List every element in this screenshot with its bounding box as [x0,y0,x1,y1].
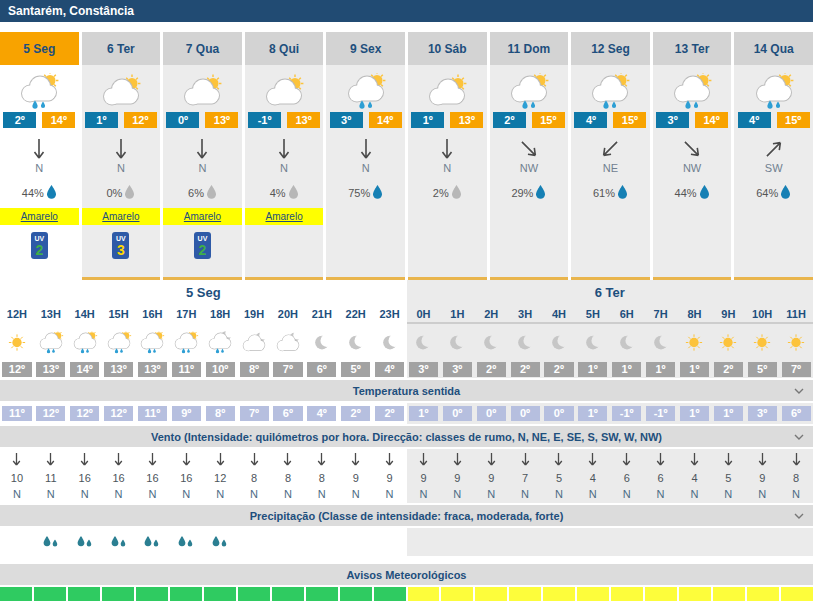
wind-direction-label: N [117,162,125,174]
wind-speed-value: 8 [285,470,291,486]
warning-cell-yellow [781,587,813,601]
location-title: Santarém, Constância [8,4,134,18]
feels-temp-badge: 9º [172,406,201,421]
wind-arrow-cell [508,449,542,469]
wind-arrow-icon [621,452,632,467]
wind-arrow-cell [440,449,474,469]
wind-arrow-icon [452,452,463,467]
hour-label: 12H [0,304,34,324]
wind-arrow-cell [711,449,745,469]
wind-speed-value: 9 [353,470,359,486]
warning-cell-green [136,587,168,601]
wind-speed-value: 5 [556,470,562,486]
sun-icon [781,331,811,354]
warning-cell-green [0,587,32,601]
day-tab-6-ter[interactable]: 6 Ter [82,32,161,65]
hour-temp-badge: 1º [612,362,641,377]
day-weather-icon-cloud-sun-rain [586,73,634,110]
feels-temp-badge: -1º [646,406,675,421]
hour-temp-cell: 1º [576,360,610,378]
wind-speed-value: 8 [793,470,799,486]
day-tab-8-qui[interactable]: 8 Qui [245,32,324,65]
day-details: 2º 15º NW 29% [490,67,569,277]
wind-speed-cell: 9 N [440,469,474,503]
wind-direction-letter: N [758,486,766,502]
wind-direction-letter: N [589,486,597,502]
wind-direction-arrow [760,135,788,163]
day-tab-12-seg[interactable]: 12 Seg [571,32,650,65]
feels-temp-cell: 3º [745,403,779,424]
feels-temp-badge: 4º [307,406,336,421]
wind-arrow-cell [68,449,102,469]
wind-arrow-icon [113,452,124,467]
feels-temp-cell: 0º [440,403,474,424]
hour-weather-icon-sun [0,324,34,360]
wind-direction-letter: N [284,486,292,502]
wind-direction-letter: N [182,486,190,502]
section-temperatura-sentida[interactable]: Temperatura sentida [0,380,813,401]
wind-speed-value: 16 [146,470,158,486]
hour-temp-badge: 6º [307,362,336,377]
wind-direction-letter: N [13,486,21,502]
precip-intensity-cell [440,528,474,556]
wind-direction-letter: N [47,486,55,502]
warning-link-amarelo[interactable]: Amarelo [102,211,139,222]
hour-temp-cell: 2º [508,360,542,378]
precipitation-probability: 44% [675,183,710,199]
raindrop-icon [124,185,135,199]
wind-speed-cell: 5 N [711,469,745,503]
hour-label: 16H [136,304,170,324]
hour-label: 6H [610,304,644,324]
day-column-11-dom: 11 Dom 2º 15º NW 29% [490,32,569,280]
wind-speed-cell: 9 N [373,469,407,503]
day-temp-row: 4º 15º [574,112,646,128]
warning-band: Amarelo [82,208,161,225]
day-tab-5-seg[interactable]: 5 Seg [0,32,79,65]
wind-arrow-icon [689,452,700,467]
feels-temp-cell: 0º [508,403,542,424]
hour-temp-cell: 1º [644,360,678,378]
precip-percent: 75% [348,187,370,199]
section-vento[interactable]: Vento (Intensidade: quilómetros por hora… [0,426,813,447]
wind-arrow-icon [486,452,497,467]
precipitation-probability: 6% [188,183,217,199]
hour-weather-icon-cloud-moon [237,324,271,360]
uv-value: 2 [199,243,207,257]
wind-direction-label: N [362,162,370,174]
precip-intensity-cell [373,528,407,556]
day-tab-13-ter[interactable]: 13 Ter [653,32,732,65]
wind-direction-letter: N [487,486,495,502]
precip-intensity-cell [0,528,34,556]
warning-link-amarelo[interactable]: Amarelo [21,211,58,222]
warning-link-amarelo[interactable]: Amarelo [265,211,302,222]
day-tab-10-s-b[interactable]: 10 Sáb [408,32,487,65]
day-details: -1º 13º N 4% Amarelo [245,67,324,277]
wind-speed-value: 8 [319,470,325,486]
min-temp-badge: 0º [166,112,199,128]
day-column-6-ter: 6 Ter 1º 12º N 0% Amarelo UV 3 [82,32,161,280]
wind-direction-label: NE [603,162,618,174]
hour-label: 5H [576,304,610,324]
warning-band-empty [490,208,569,225]
weather-forecast-page: Santarém, Constância 5 Seg 2º 14º N 44% … [0,0,813,601]
warning-link-amarelo[interactable]: Amarelo [184,211,221,222]
hour-weather-icon-moon [407,324,441,360]
day-tab-14-qua[interactable]: 14 Qua [734,32,813,65]
warning-cell-yellow [713,587,745,601]
min-temp-badge: 1º [411,112,444,128]
precip-percent: 44% [675,187,697,199]
section-label: Temperatura sentida [353,385,460,397]
moon-icon [408,331,438,354]
hour-weather-icon-sun [779,324,813,360]
hour-temp-badge: 2º [714,362,743,377]
section-precipitacao[interactable]: Precipitação (Classe de intensidade: fra… [0,505,813,526]
feels-temp-badge: 2º [375,406,404,421]
day-tab-9-sex[interactable]: 9 Sex [326,32,405,65]
day-tab-7-qua[interactable]: 7 Qua [163,32,242,65]
hour-temp-badge: 3º [409,362,438,377]
day-temp-row: 1º 12º [85,112,157,128]
day-tab-11-dom[interactable]: 11 Dom [490,32,569,65]
wind-arrow-cell [271,449,305,469]
max-temp-badge: 13º [287,112,320,128]
min-temp-badge: 4º [574,112,607,128]
